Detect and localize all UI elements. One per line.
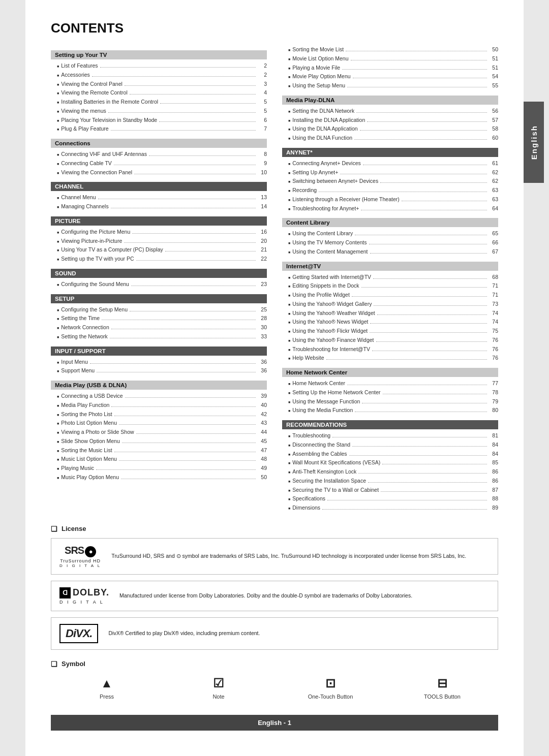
toc-item: Setting the Network33 (51, 332, 267, 341)
toc-item: Disconnecting the Stand84 (282, 440, 498, 450)
toc-item: Recording63 (282, 186, 498, 195)
toc-item: Network Connection30 (51, 323, 267, 332)
toc-label: Help Website (292, 354, 324, 362)
toc-item: Securing the Installation Space86 (282, 477, 498, 486)
dolby-dd-icon: ᗡDOLBY. (59, 587, 109, 598)
toc-dots (353, 78, 487, 78)
symbol-label: TOOLS Button (424, 694, 461, 700)
toc-dots (136, 260, 256, 261)
toc-container: Setting up Your TVList of Features2Acces… (51, 45, 498, 513)
toc-item: Configuring the Picture Menu16 (51, 228, 267, 237)
sidebar-label: English (530, 125, 538, 160)
toc-item: Using the Yahoo® Weather Widget74 (282, 309, 498, 318)
toc-item: Photo List Option Menu43 (51, 419, 267, 428)
toc-item: Using the Yahoo® Flickr Widget75 (282, 327, 498, 336)
sidebar-tab: English (524, 102, 544, 183)
toc-item: Plug & Play Feature7 (51, 124, 267, 134)
toc-item: Setting up the TV with your PC22 (51, 255, 267, 264)
toc-label: Troubleshooting for Internet@TV (292, 345, 370, 354)
toc-item: Dimensions89 (282, 503, 498, 513)
toc-item: Using the Profile Widget71 (282, 291, 498, 300)
toc-dots (383, 394, 487, 394)
toc-item: Connecting VHF and UHF Antennas8 (51, 150, 267, 159)
toc-page-num: 36 (258, 367, 267, 375)
section-header: INPUT / SUPPORT (51, 346, 267, 356)
toc-page-num: 5 (258, 98, 267, 106)
toc-page-num: 86 (489, 477, 498, 485)
toc-page-num: 8 (258, 150, 267, 159)
toc-page-num: 60 (489, 134, 498, 142)
toc-dots (367, 121, 487, 122)
toc-label: Music Play Option Menu (61, 474, 119, 482)
license-box: SRS● TruSurround HD D I G I T A L TruSur… (51, 538, 498, 575)
toc-page-num: 25 (258, 306, 267, 314)
toc-item: Specifications88 (282, 494, 498, 503)
toc-page-num: 9 (258, 160, 267, 168)
toc-dots (326, 359, 487, 360)
toc-item: Accessories2 (51, 71, 267, 80)
toc-page-num: 74 (489, 309, 498, 318)
dolby-dd-box: ᗡ (59, 587, 71, 598)
srs-logo-sub: TruSurround HD (60, 558, 101, 563)
toc-item: Setting the DLNA Network56 (282, 107, 498, 116)
toc-item: Connecting Cable TV9 (51, 159, 267, 168)
toc-dots (134, 174, 256, 174)
toc-page-num: 61 (489, 160, 498, 168)
toc-page-num: 21 (258, 246, 267, 254)
toc-label: Sorting the Music List (61, 447, 112, 455)
toc-dots (380, 182, 487, 183)
toc-item: Setting the Time28 (51, 314, 267, 323)
section-header: PICTURE (51, 216, 267, 226)
toc-label: Securing the Installation Space (292, 477, 366, 485)
toc-page-num: 14 (258, 203, 267, 211)
toc-page-num: 13 (258, 194, 267, 202)
toc-page-num: 16 (258, 228, 267, 236)
srs-logo-text: SRS● (65, 545, 96, 557)
toc-item: Viewing the Control Panel3 (51, 80, 267, 89)
toc-label: Sorting the Movie List (292, 46, 344, 54)
toc-page-num: 51 (489, 55, 498, 63)
toc-item: Securing the TV to a Wall or Cabinet87 (282, 486, 498, 495)
toc-page-num: 50 (258, 474, 267, 482)
license-box: DiVX. DivX® Certified to play DivX® vide… (51, 617, 498, 650)
toc-page-num: 66 (489, 239, 498, 247)
toc-label: Music List Option Menu (61, 455, 117, 463)
toc-item: Installing the DLNA Application57 (282, 116, 498, 125)
toc-item: Using the DLNA Application58 (282, 124, 498, 134)
toc-dots (368, 482, 487, 483)
toc-label: Movie Play Option Menu (292, 73, 350, 81)
toc-item: List of Features2 (51, 61, 267, 71)
toc-page-num: 76 (489, 345, 498, 354)
toc-dots (381, 491, 487, 492)
toc-label: Using the TV Memory Contents (292, 239, 367, 247)
toc-page-num: 33 (258, 333, 267, 341)
toc-item: Switching between Anynet+ Devices62 (282, 177, 498, 186)
toc-item: Setting Up the Home Network Center78 (282, 388, 498, 397)
toc-label: Using Your TV as a Computer (PC) Display (61, 246, 163, 254)
toc-page-num: 42 (258, 411, 267, 419)
toc-page-num: 80 (489, 406, 498, 415)
toc-label: Connecting VHF and UHF Antennas (61, 150, 147, 159)
toc-label: Disconnecting the Stand (292, 441, 350, 449)
toc-dots (402, 201, 487, 201)
toc-label: Configuring the Sound Menu (61, 280, 129, 289)
srs-logo: SRS● TruSurround HD D I G I T A L (59, 545, 101, 568)
toc-dots (111, 329, 256, 329)
toc-page-num: 5 (258, 107, 267, 115)
toc-dots (374, 305, 487, 306)
toc-page-num: 57 (489, 116, 498, 124)
toc-dots (347, 385, 487, 385)
toc-label: Playing Music (61, 464, 94, 472)
toc-dots (160, 103, 256, 104)
toc-dots (346, 51, 487, 51)
toc-page-num: 84 (489, 441, 498, 449)
toc-dots (110, 338, 256, 338)
toc-item: Home Network Center77 (282, 379, 498, 388)
toc-item: Sorting the Movie List50 (282, 45, 498, 54)
toc-dots (111, 208, 256, 208)
toc-item: Media Play Function40 (51, 401, 267, 410)
symbol-row: ▲Press☑Note⊡One-Touch Button⊟TOOLS Butto… (51, 676, 498, 700)
toc-label: Getting Started with Internet@TV (292, 273, 371, 281)
toc-item: Viewing the menus5 (51, 107, 267, 116)
toc-dots (370, 253, 487, 254)
